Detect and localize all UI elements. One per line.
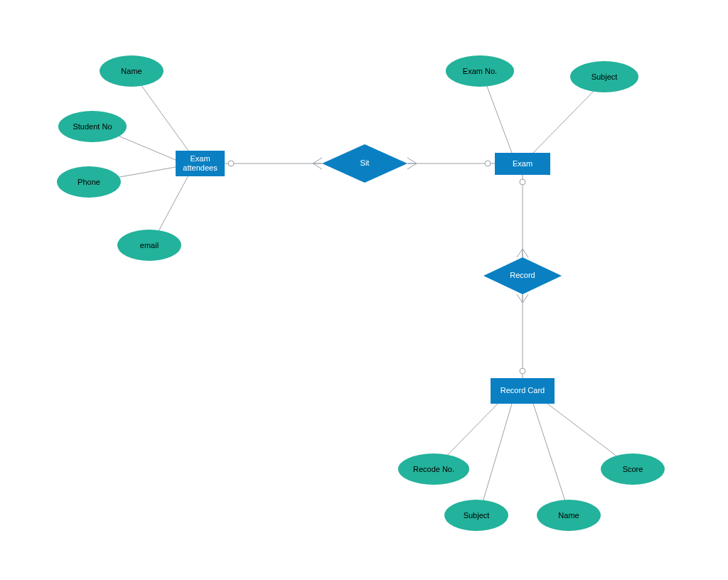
attr-subject [570, 61, 638, 92]
attr-name [100, 55, 164, 87]
entity-record-card [491, 378, 555, 404]
svg-line-1 [313, 163, 322, 169]
entity-exam [495, 153, 550, 175]
attr-score [601, 453, 665, 485]
rel-sit [322, 144, 407, 183]
attr-examno [446, 55, 514, 87]
svg-line-9 [517, 249, 523, 257]
line-attendees-name [135, 77, 188, 151]
entity-exam-attendees [176, 151, 225, 176]
svg-point-8 [520, 179, 525, 185]
svg-line-12 [517, 294, 523, 303]
rel-record [483, 257, 562, 294]
line-exam-subject [533, 84, 601, 153]
line-rc-subject [480, 404, 512, 512]
attr-studentno [58, 111, 127, 142]
er-diagram [0, 0, 728, 580]
attr-phone [57, 166, 121, 198]
svg-point-3 [228, 161, 234, 166]
svg-line-0 [313, 158, 322, 163]
attr-rc-subject [444, 500, 508, 531]
attr-email [117, 230, 181, 261]
svg-line-13 [523, 294, 528, 303]
svg-line-4 [407, 158, 417, 163]
svg-point-7 [485, 161, 491, 166]
svg-point-15 [520, 368, 525, 374]
line-exam-examno [483, 77, 512, 153]
attr-recodeno [398, 453, 469, 485]
svg-line-5 [407, 163, 417, 169]
attr-rc-name [537, 500, 601, 531]
line-rc-name [533, 404, 569, 512]
svg-line-10 [523, 249, 528, 257]
